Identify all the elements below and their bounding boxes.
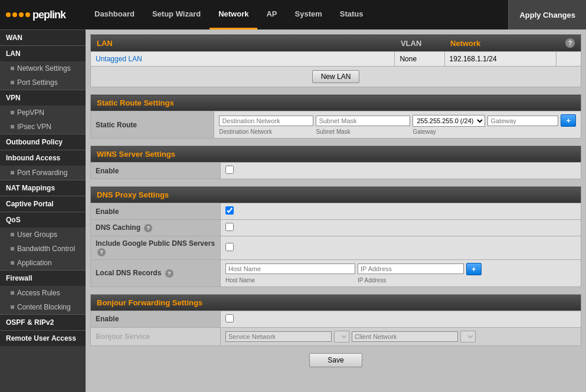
static-route-label: Static Route <box>91 111 214 139</box>
logo-dot-2 <box>12 12 17 17</box>
local-dns-add-button[interactable]: + <box>466 263 482 275</box>
sidebar-item-content-blocking[interactable]: Content Blocking <box>0 300 86 314</box>
dest-network-input[interactable] <box>219 116 313 126</box>
sidebar-section-inbound[interactable]: Inbound Access <box>0 150 86 166</box>
content-area: LAN VLAN Network ? Untagged LAN None 192… <box>86 29 586 392</box>
dns-caching-checkbox[interactable] <box>225 223 234 231</box>
nav-setup-wizard[interactable]: Setup Wizard <box>143 0 209 29</box>
sidebar-item-bandwidth-control[interactable]: Bandwidth Control <box>0 242 86 256</box>
sidebar-section-remote[interactable]: Remote User Access <box>0 330 86 346</box>
logo-dots <box>6 12 30 17</box>
wins-header: WINS Server Settings <box>91 146 581 163</box>
static-route-row: Static Route 255.255.255.0 (/24) + Desti… <box>91 111 581 139</box>
apply-changes-button[interactable]: Apply Changes <box>508 0 586 29</box>
lan-new-row: New LAN <box>91 67 581 87</box>
lan-data-row: Untagged LAN None 192.168.1.1/24 <box>91 52 581 67</box>
dns-google-checkbox[interactable] <box>225 243 234 251</box>
bullet-icon <box>11 291 14 295</box>
hostname-input[interactable] <box>225 263 355 274</box>
sidebar-section-wan[interactable]: WAN <box>0 29 86 45</box>
bullet-icon <box>11 233 14 236</box>
lan-title: LAN <box>91 35 395 52</box>
gateway-col-header: Gateway <box>413 129 460 135</box>
dns-google-label: Include Google Public DNS Servers ? <box>91 236 221 260</box>
service-network-input[interactable] <box>225 331 332 342</box>
new-lan-button[interactable]: New LAN <box>312 70 360 83</box>
wins-enable-row: Enable <box>91 163 581 179</box>
subnet-mask-input[interactable] <box>316 116 410 126</box>
static-route-table: Static Route Settings Static Route 255.2… <box>90 94 581 139</box>
save-button[interactable]: Save <box>309 353 362 367</box>
bonjour-enable-checkbox[interactable] <box>225 314 234 322</box>
sidebar: peplink WAN LAN Network Settings Port Se… <box>0 0 86 392</box>
client-network-input[interactable] <box>352 331 458 342</box>
dns-google-help-icon[interactable]: ? <box>97 248 106 256</box>
sidebar-section-ospf[interactable]: OSPF & RIPv2 <box>0 314 86 330</box>
sidebar-item-application[interactable]: Application <box>0 256 86 270</box>
wins-enable-checkbox[interactable] <box>225 166 234 174</box>
sidebar-section-lan[interactable]: LAN <box>0 45 86 61</box>
bonjour-title: Bonjour Forwarding Settings <box>91 294 581 311</box>
client-network-select[interactable] <box>460 331 476 342</box>
logo: peplink <box>0 0 86 29</box>
sidebar-section-nat[interactable]: NAT Mappings <box>0 180 86 196</box>
bullet-icon <box>11 171 14 174</box>
dns-enable-row: Enable <box>91 203 581 220</box>
dns-enable-checkbox[interactable] <box>225 206 234 215</box>
sidebar-item-pepvpn[interactable]: PepVPN <box>0 106 86 120</box>
dns-google-row: Include Google Public DNS Servers ? <box>91 236 581 260</box>
static-route-fields: 255.255.255.0 (/24) + <box>219 114 576 127</box>
ip-col-header: IP Address <box>358 277 464 284</box>
sidebar-section-qos[interactable]: QoS <box>0 212 86 228</box>
sidebar-item-network-settings[interactable]: Network Settings <box>0 61 86 75</box>
dns-caching-label: DNS Caching ? <box>91 220 221 236</box>
gateway-input[interactable] <box>487 116 558 126</box>
dns-local-label: Local DNS Records ? <box>91 259 221 286</box>
ip-address-input[interactable] <box>358 263 464 274</box>
bullet-icon <box>11 305 14 309</box>
bullet-icon <box>11 81 14 84</box>
lan-col-vlan: VLAN <box>395 35 444 52</box>
service-network-select[interactable] <box>334 331 349 342</box>
subnet-mask-select[interactable]: 255.255.255.0 (/24) <box>413 115 485 127</box>
dns-enable-label: Enable <box>91 203 221 220</box>
lan-col-network: Network <box>444 35 556 52</box>
lan-network-cell: 192.168.1.1/24 <box>444 52 556 67</box>
nav-dashboard[interactable]: Dashboard <box>86 0 143 29</box>
dns-caching-row: DNS Caching ? <box>91 220 581 236</box>
sidebar-section-captive[interactable]: Captive Portal <box>0 196 86 212</box>
sidebar-item-ipsec[interactable]: IPsec VPN <box>0 120 86 134</box>
lan-help-icon[interactable]: ? <box>565 38 575 48</box>
sidebar-item-port-settings[interactable]: Port Settings <box>0 75 86 90</box>
dns-local-row: Local DNS Records ? + Host Name IP Addre… <box>91 259 581 286</box>
dns-col-headers: Host Name IP Address <box>225 277 576 284</box>
logo-dot-4 <box>25 12 30 17</box>
untagged-lan-link[interactable]: Untagged LAN <box>96 55 142 63</box>
sidebar-section-vpn[interactable]: VPN <box>0 90 86 106</box>
logo-dot-3 <box>19 12 24 17</box>
nav-system[interactable]: System <box>286 0 331 29</box>
lan-table: LAN VLAN Network ? Untagged LAN None 192… <box>90 34 581 87</box>
bonjour-service-row: Bonjour Service <box>91 327 581 345</box>
sidebar-item-access-rules[interactable]: Access Rules <box>0 286 86 300</box>
lan-header-row: LAN VLAN Network ? <box>91 35 581 52</box>
dns-proxy-header: DNS Proxy Settings <box>91 187 581 203</box>
save-row: Save <box>90 353 581 367</box>
sidebar-item-port-forwarding[interactable]: Port Forwarding <box>0 166 86 180</box>
sidebar-section-outbound[interactable]: Outbound Policy <box>0 134 86 150</box>
bonjour-enable-row: Enable <box>91 311 581 327</box>
dns-local-help-icon[interactable]: ? <box>165 269 173 278</box>
static-route-add-button[interactable]: + <box>561 114 576 127</box>
bullet-icon <box>11 125 14 129</box>
nav-network[interactable]: Network <box>209 0 257 29</box>
nav-status[interactable]: Status <box>331 0 372 29</box>
main-area: Dashboard Setup Wizard Network AP System… <box>86 0 586 392</box>
bullet-icon <box>11 111 14 114</box>
dns-proxy-table: DNS Proxy Settings Enable DNS Caching ? <box>90 186 581 287</box>
sidebar-section-firewall[interactable]: Firewall <box>0 270 86 286</box>
dns-caching-help-icon[interactable]: ? <box>144 224 152 232</box>
bullet-icon <box>11 67 14 70</box>
nav-ap[interactable]: AP <box>257 0 286 29</box>
sidebar-item-user-groups[interactable]: User Groups <box>0 228 86 242</box>
bullet-icon <box>11 247 14 251</box>
